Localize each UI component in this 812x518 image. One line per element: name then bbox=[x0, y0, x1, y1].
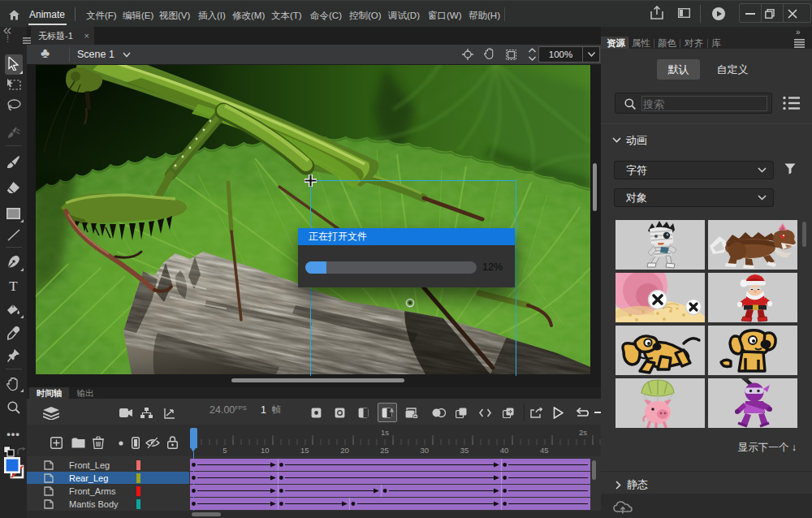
svg-text:A: A bbox=[390, 408, 394, 413]
